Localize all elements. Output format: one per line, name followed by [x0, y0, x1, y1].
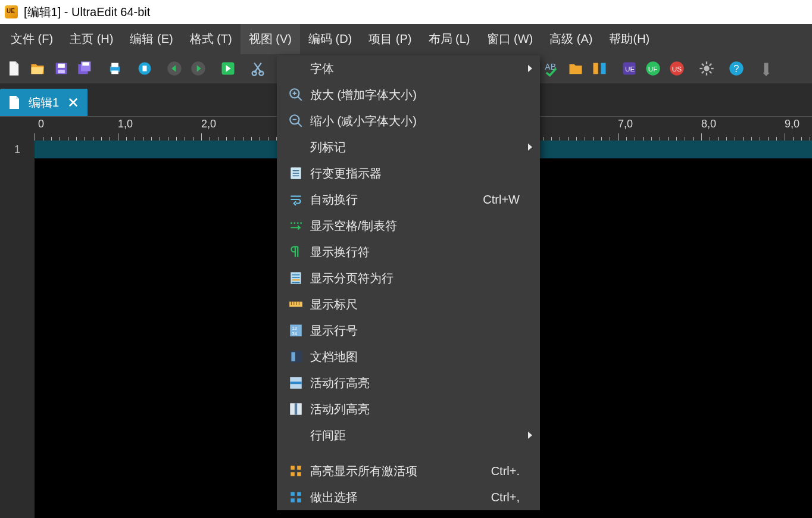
svg-line-31 — [702, 71, 704, 74]
cut-button[interactable] — [246, 57, 269, 80]
folder2-button[interactable] — [564, 57, 587, 80]
svg-rect-77 — [291, 498, 295, 503]
svg-rect-74 — [297, 472, 301, 476]
tab-label: 编辑1 — [29, 95, 59, 111]
menu-item-label: 行变更指示器 — [308, 166, 523, 182]
ruler-mark-0: 0 — [38, 118, 44, 130]
open-file-button[interactable] — [26, 57, 49, 80]
numbers-icon: 1234 — [284, 323, 308, 338]
zoom-in-icon — [284, 87, 308, 102]
line-number-1: 1 — [0, 141, 35, 158]
menu-item-label: 自动换行 — [308, 192, 483, 208]
menu-item-0[interactable]: 字体 — [277, 55, 540, 82]
menu-item-14[interactable]: 行间距 — [277, 422, 540, 448]
menu-bar: 文件 (F) 主页 (H) 编辑 (E) 格式 (T) 视图 (V) 编码 (D… — [0, 24, 812, 54]
menu-format[interactable]: 格式 (T) — [182, 24, 241, 54]
svg-rect-73 — [291, 472, 295, 476]
menu-item-label: 列标记 — [308, 139, 523, 155]
menu-item-17[interactable]: 做出选择Ctrl+, — [277, 484, 540, 510]
menu-item-shortcut: Ctrl+W — [483, 193, 523, 207]
svg-rect-7 — [111, 63, 118, 67]
menu-item-label: 字体 — [308, 61, 523, 77]
compare-button[interactable] — [588, 57, 611, 80]
menu-item-label: 缩小 (减小字体大小) — [308, 113, 523, 129]
ruler-mark-1: 1,0 — [118, 118, 133, 130]
overflow-button[interactable] — [755, 57, 777, 80]
svg-rect-66 — [291, 352, 295, 361]
help-button[interactable]: ? — [725, 57, 748, 80]
page-lines-icon — [284, 270, 308, 286]
save-button[interactable] — [50, 57, 73, 80]
svg-rect-16 — [594, 63, 598, 74]
menu-encode[interactable]: 编码 (D) — [300, 24, 360, 54]
menu-item-6[interactable]: 显示空格/制表符 — [277, 213, 540, 239]
menu-help[interactable]: 帮助(H) — [601, 24, 658, 54]
us-button[interactable]: US — [666, 57, 688, 80]
svg-line-30 — [710, 71, 712, 74]
svg-rect-2 — [58, 70, 65, 73]
file-icon — [8, 95, 20, 110]
menu-home[interactable]: 主页 (H) — [61, 24, 121, 54]
window-title: [编辑1] - UltraEdit 64-bit — [24, 4, 150, 20]
menu-item-13[interactable]: 活动列高亮 — [277, 396, 540, 422]
tab-edit1[interactable]: 编辑1 — [0, 89, 88, 116]
menu-edit[interactable]: 编辑 (E) — [121, 24, 181, 54]
print-button[interactable] — [104, 57, 126, 80]
tab-close-icon[interactable] — [67, 96, 79, 108]
menu-view[interactable]: 视图 (V) — [241, 24, 300, 54]
tags-button[interactable] — [133, 57, 156, 80]
document-icon — [284, 166, 308, 181]
menu-item-5[interactable]: 自动换行Ctrl+W — [277, 186, 540, 213]
settings-button[interactable] — [695, 57, 718, 80]
svg-rect-68 — [290, 382, 302, 384]
rowhi-icon — [284, 375, 308, 391]
menu-item-11[interactable]: 文档地图 — [277, 344, 540, 370]
svg-rect-71 — [291, 466, 295, 470]
svg-rect-70 — [295, 403, 297, 415]
svg-rect-72 — [297, 466, 301, 470]
ruler-mark-2: 2,0 — [201, 118, 216, 130]
menu-item-12[interactable]: 活动行高亮 — [277, 370, 540, 396]
menu-project[interactable]: 项目 (P) — [360, 24, 420, 54]
go-button[interactable] — [217, 57, 239, 80]
menu-item-label: 放大 (增加字体大小) — [308, 87, 523, 103]
svg-rect-1 — [58, 64, 65, 68]
menu-item-9[interactable]: 显示标尺 — [277, 291, 540, 317]
svg-text:UF: UF — [648, 65, 658, 73]
menu-item-1[interactable]: 放大 (增加字体大小) — [277, 82, 540, 108]
forward-button[interactable] — [187, 57, 210, 80]
line-gutter: 1 — [0, 141, 35, 518]
svg-rect-5 — [82, 63, 89, 66]
new-file-button[interactable] — [2, 57, 25, 80]
submenu-arrow-icon — [523, 431, 533, 439]
pilcrow-icon — [284, 244, 308, 260]
svg-point-14 — [259, 71, 263, 76]
menu-item-label: 文档地图 — [308, 349, 523, 365]
svg-line-29 — [702, 64, 704, 66]
spellcheck-button[interactable]: AB — [541, 57, 563, 80]
uf-button[interactable]: UF — [642, 57, 664, 80]
menu-item-2[interactable]: 缩小 (减小字体大小) — [277, 108, 540, 134]
menu-advanced[interactable]: 高级 (A) — [541, 24, 601, 54]
save-all-button[interactable] — [74, 57, 96, 80]
submenu-arrow-icon — [523, 64, 533, 73]
menu-layout[interactable]: 布局 (L) — [420, 24, 479, 54]
menu-item-10[interactable]: 1234显示行号 — [277, 317, 540, 344]
menu-item-label: 行间距 — [308, 427, 523, 444]
menu-item-3[interactable]: 列标记 — [277, 134, 540, 160]
menu-item-8[interactable]: 显示分页符为行 — [277, 265, 540, 291]
svg-rect-78 — [297, 498, 301, 503]
submenu-arrow-icon — [523, 143, 533, 151]
menu-item-shortcut: Ctrl+. — [491, 464, 523, 478]
menu-item-shortcut: Ctrl+, — [491, 491, 523, 504]
menu-item-7[interactable]: 显示换行符 — [277, 239, 540, 265]
menu-item-16[interactable]: 高亮显示所有激活项Ctrl+. — [277, 458, 540, 484]
ue-button[interactable]: UE — [618, 57, 641, 80]
menu-item-4[interactable]: 行变更指示器 — [277, 160, 540, 186]
menu-item-label: 显示分页符为行 — [308, 270, 523, 286]
menu-item-label: 活动行高亮 — [308, 375, 523, 391]
back-button[interactable] — [163, 57, 186, 80]
ruler-mark-7: 7,0 — [618, 118, 633, 130]
menu-window[interactable]: 窗口 (W) — [479, 24, 542, 54]
menu-file[interactable]: 文件 (F) — [2, 24, 61, 54]
